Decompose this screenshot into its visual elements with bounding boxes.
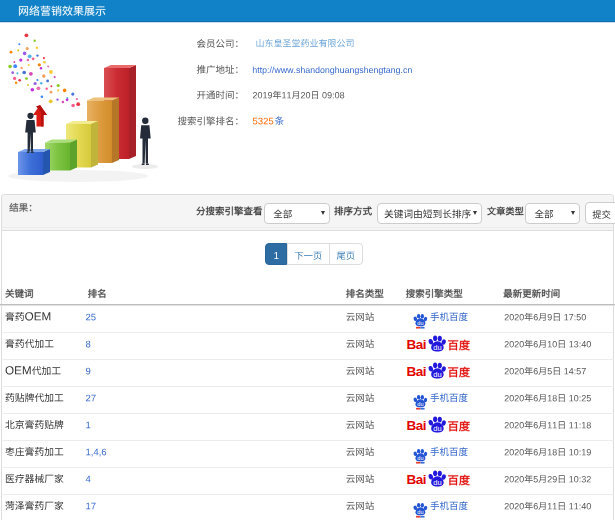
svg-text:Bai: Bai <box>407 364 427 379</box>
svg-text:Bai: Bai <box>407 472 427 487</box>
svg-text:du: du <box>433 424 441 433</box>
svg-text:Bai: Bai <box>407 418 427 433</box>
svg-text:Bai: Bai <box>407 337 427 352</box>
svg-text:du: du <box>417 509 423 515</box>
svg-text:du: du <box>417 401 423 407</box>
svg-text:du: du <box>433 370 441 379</box>
svg-text:du: du <box>417 320 423 326</box>
svg-text:du: du <box>433 478 441 487</box>
svg-text:du: du <box>417 455 423 461</box>
svg-text:du: du <box>433 343 441 352</box>
